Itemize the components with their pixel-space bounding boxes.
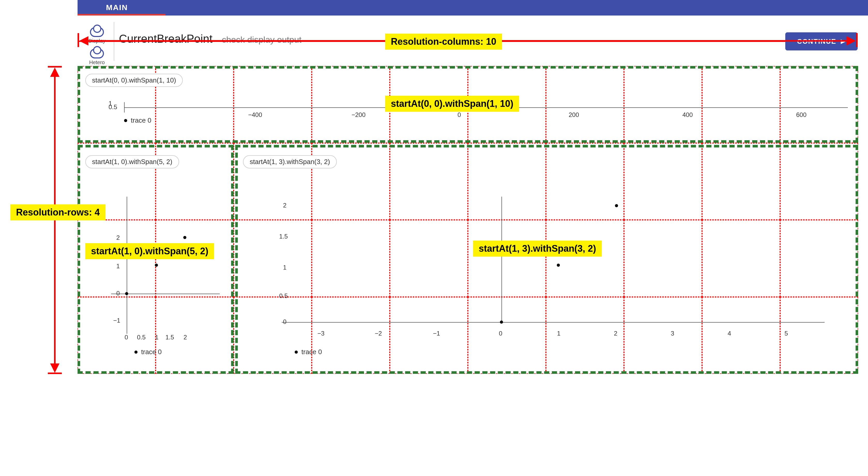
tab-main[interactable]: MAIN bbox=[106, 3, 128, 12]
chart2-x-tick: 5 bbox=[784, 330, 788, 337]
chart2-point bbox=[615, 204, 618, 207]
chart2-y-tick: 1.5 bbox=[279, 233, 288, 240]
chart2-y-tick: 0.5 bbox=[279, 292, 288, 300]
chart2-y-tick: 1 bbox=[283, 264, 286, 271]
chart0-x-tick: −400 bbox=[248, 111, 262, 118]
arrow-down-icon bbox=[50, 363, 59, 373]
panel-chip-2: startAt(1, 3).withSpan(3, 2) bbox=[243, 155, 337, 169]
anno-panel2: startAt(1, 3).withSpan(3, 2) bbox=[473, 241, 602, 257]
anno-panel0: startAt(0, 0).withSpan(1, 10) bbox=[385, 96, 519, 112]
app-header: MAIN bbox=[78, 0, 868, 16]
legend-marker-icon bbox=[295, 351, 298, 354]
chart2-x-tick: −3 bbox=[317, 330, 324, 337]
cloud-icon bbox=[90, 49, 104, 58]
chart2-point bbox=[557, 264, 560, 267]
page-title-main: CurrentBreakPoint bbox=[119, 32, 213, 45]
chart1-point bbox=[125, 292, 128, 295]
chart1-y-tick: 1 bbox=[116, 263, 120, 270]
anno-panel1: startAt(1, 0).withSpan(5, 2) bbox=[85, 243, 214, 259]
chart2-point bbox=[500, 321, 503, 324]
chart2-y-axis bbox=[501, 197, 502, 323]
chart2-x-tick: −1 bbox=[433, 330, 440, 337]
cloud-icon bbox=[90, 27, 104, 37]
legend-label: trace 0 bbox=[131, 116, 152, 124]
chart2-y-tick: 0 bbox=[283, 318, 286, 325]
chart0-x-tick: 600 bbox=[796, 111, 806, 118]
sidebar: Display Hetero bbox=[83, 27, 111, 70]
legend-label: trace 0 bbox=[301, 348, 322, 356]
arrow-up-icon bbox=[50, 67, 59, 77]
chart2-x-tick: 0 bbox=[499, 330, 502, 337]
chart0-x-tick: −200 bbox=[351, 111, 366, 118]
chart2-legend: trace 0 bbox=[295, 348, 322, 356]
arrow-left-icon bbox=[79, 36, 88, 46]
chart1-legend: trace 0 bbox=[134, 348, 162, 356]
legend-label: trace 0 bbox=[141, 348, 162, 356]
chart2-x-tick: 4 bbox=[727, 330, 731, 337]
chart2-x-tick: 3 bbox=[671, 330, 674, 337]
sidebar-item-hetero[interactable]: Hetero bbox=[83, 49, 111, 65]
chart0-legend: trace 0 bbox=[124, 116, 152, 124]
chart0-x-tick: 0 bbox=[458, 111, 461, 118]
panel-outline-2 bbox=[235, 145, 858, 374]
chart1-y-tick: 2 bbox=[116, 234, 120, 241]
legend-marker-icon bbox=[124, 119, 127, 122]
chart1-x-tick: 1.5 bbox=[165, 334, 174, 341]
chart1-x-tick: 0 bbox=[125, 334, 128, 341]
arrow-right-icon bbox=[846, 36, 856, 46]
chart2-x-tick: 2 bbox=[614, 330, 617, 337]
chart2-x-tick: −2 bbox=[375, 330, 382, 337]
legend-marker-icon bbox=[134, 351, 137, 354]
chart1-y-tick: −1 bbox=[113, 317, 120, 324]
page-title: CurrentBreakPoint check display output bbox=[119, 32, 301, 45]
chart1-point bbox=[183, 236, 186, 239]
chart1-y-axis bbox=[127, 197, 127, 334]
chart1-x-tick: 0.5 bbox=[137, 334, 146, 341]
chart0-y-tick: 1 bbox=[108, 100, 112, 107]
chart1-point bbox=[155, 264, 158, 267]
sidebar-item-label: Hetero bbox=[89, 59, 105, 65]
chart2-x-axis bbox=[282, 322, 825, 323]
chart1-x-tick: 1 bbox=[155, 334, 158, 341]
page-title-sub: check display output bbox=[222, 35, 301, 44]
chart0-x-tick: 200 bbox=[569, 111, 579, 118]
chart1-y-tick: 0 bbox=[116, 290, 120, 297]
chart2-x-tick: 1 bbox=[557, 330, 560, 337]
tab-indicator bbox=[78, 14, 165, 16]
dim-cap bbox=[856, 33, 858, 47]
panel-chip-1: startAt(1, 0).withSpan(5, 2) bbox=[85, 155, 179, 169]
chart2-y-tick: 2 bbox=[283, 202, 286, 209]
chart0-x-tick: 400 bbox=[682, 111, 693, 118]
panel-chip-0: startAt(0, 0).withSpan(1, 10) bbox=[85, 74, 183, 87]
dim-cap bbox=[48, 373, 62, 374]
anno-rows: Resolution-rows: 4 bbox=[10, 204, 105, 220]
chart1-x-tick: 2 bbox=[184, 334, 187, 341]
anno-columns: Resolution-columns: 10 bbox=[385, 34, 502, 50]
chart0-y-axis bbox=[124, 102, 125, 113]
